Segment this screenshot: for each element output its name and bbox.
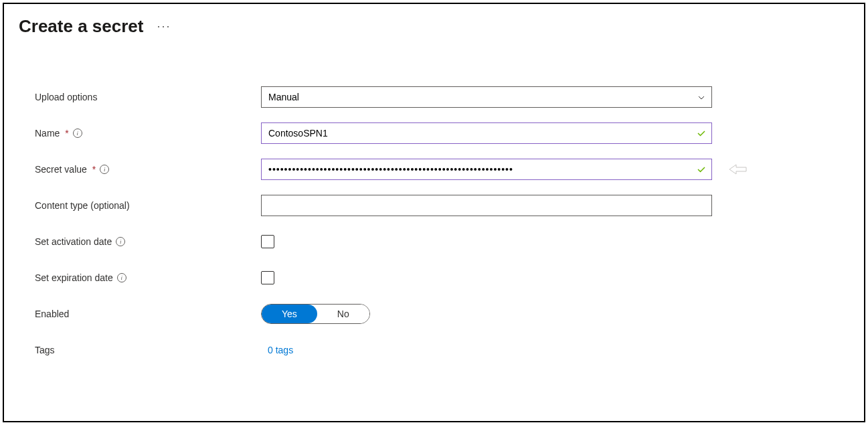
panel-header: Create a secret ··· xyxy=(19,16,849,37)
name-input[interactable] xyxy=(261,122,712,144)
label-text: Set expiration date xyxy=(35,272,113,283)
tags-label: Tags xyxy=(35,345,261,355)
create-secret-panel: Create a secret ··· Upload options Name … xyxy=(3,3,865,422)
content-type-input[interactable] xyxy=(261,195,712,216)
info-icon[interactable]: i xyxy=(73,129,82,138)
tags-input-wrapper: 0 tags xyxy=(261,345,712,355)
info-icon[interactable]: i xyxy=(100,165,109,174)
expiration-date-row: Set expiration date i xyxy=(35,267,849,288)
label-text: Secret value xyxy=(35,164,87,175)
expiration-date-checkbox[interactable] xyxy=(261,271,274,284)
form-area: Upload options Name * i xyxy=(19,86,849,361)
label-text: Upload options xyxy=(35,92,97,102)
more-actions-icon[interactable]: ··· xyxy=(157,19,171,33)
upload-options-label: Upload options xyxy=(35,92,261,102)
upload-options-select[interactable] xyxy=(261,86,712,108)
check-icon xyxy=(696,128,707,139)
enabled-toggle-yes[interactable]: Yes xyxy=(262,305,317,323)
required-indicator: * xyxy=(92,164,96,175)
activation-date-label: Set activation date i xyxy=(35,236,261,247)
expiration-date-input-wrapper xyxy=(261,271,712,284)
label-text: Name xyxy=(35,128,60,139)
name-label: Name * i xyxy=(35,128,261,139)
label-text: Set activation date xyxy=(35,236,112,247)
label-text: Enabled xyxy=(35,309,69,319)
info-icon[interactable]: i xyxy=(116,237,125,246)
secret-value-row: Secret value * i xyxy=(35,159,849,180)
content-type-input-wrapper xyxy=(261,195,712,216)
secret-value-label: Secret value * i xyxy=(35,164,261,175)
check-icon xyxy=(696,164,707,175)
label-text: Content type (optional) xyxy=(35,200,130,211)
secret-value-input[interactable] xyxy=(261,159,712,180)
tags-row: Tags 0 tags xyxy=(35,339,849,361)
page-title: Create a secret xyxy=(19,16,143,37)
required-indicator: * xyxy=(65,128,68,139)
label-text: Tags xyxy=(35,345,55,355)
enabled-row: Enabled Yes No xyxy=(35,303,849,325)
enabled-input-wrapper: Yes No xyxy=(261,304,712,324)
enabled-toggle: Yes No xyxy=(261,304,370,324)
tags-link[interactable]: 0 tags xyxy=(261,345,293,355)
upload-options-row: Upload options xyxy=(35,86,849,108)
activation-date-row: Set activation date i xyxy=(35,231,849,252)
name-row: Name * i xyxy=(35,122,849,144)
secret-value-input-wrapper xyxy=(261,159,712,180)
content-type-row: Content type (optional) xyxy=(35,195,849,216)
activation-date-checkbox[interactable] xyxy=(261,235,274,248)
expiration-date-label: Set expiration date i xyxy=(35,272,261,283)
info-icon[interactable]: i xyxy=(117,273,126,282)
content-type-label: Content type (optional) xyxy=(35,200,261,211)
upload-options-input-wrapper xyxy=(261,86,712,108)
enabled-label: Enabled xyxy=(35,309,261,319)
activation-date-input-wrapper xyxy=(261,235,712,248)
arrow-left-icon xyxy=(729,163,747,175)
enabled-toggle-no[interactable]: No xyxy=(317,305,369,323)
name-input-wrapper xyxy=(261,122,712,144)
